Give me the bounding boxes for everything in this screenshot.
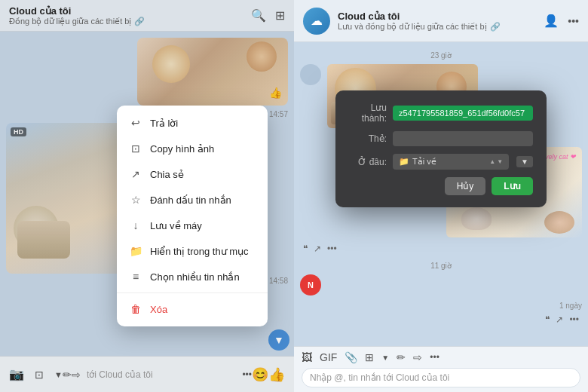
right-toolbar: 🖼 GIF 📎 ⊞ ▼ ✏ ⇨ ••• [302,351,580,363]
grid-icon[interactable]: ⊞ [365,351,374,363]
timestamp-4: 1 ngày [300,302,582,310]
bottom-action-row: ❝ ↗ ••• [300,311,582,328]
save-dialog: Lưu thành: Thẻ: Ở đâu: 📁 Tải về ▲ ▼ ▼ Hủ… [335,90,547,207]
dots-menu-icon[interactable]: ••• [568,15,579,27]
menu-item-multi-select[interactable]: ≡ Chọn nhiều tin nhắn [117,264,268,289]
filename-input[interactable] [393,106,533,121]
download-icon: ↓ [129,219,142,231]
right-input-row: Nhập @, tin nhắn tới Cloud của tôi [302,368,580,387]
copy-image-icon: ⊡ [129,142,142,155]
pen-right-icon[interactable]: ✏ [397,351,406,363]
right-header-icons: 👤 ••• [544,14,579,28]
quote-icon[interactable]: ❝ [303,243,308,254]
expand-icon[interactable]: ▼ [516,156,533,167]
right-panel: ☁ Cloud của tôi Lưu và đồng bộ dữ liệu g… [294,0,588,392]
context-menu: ↩ Trả lời ⊡ Copy hình ảnh ↗ Chia sẻ ☆ Đá… [117,106,268,326]
right-header: ☁ Cloud của tôi Lưu và đồng bộ dữ liệu g… [294,0,588,42]
right-message-input[interactable]: Nhập @, tin nhắn tới Cloud của tôi [302,368,580,387]
menu-item-bookmark[interactable]: ☆ Đánh dấu tin nhắn [117,187,268,213]
up-arrow: ▲ [489,158,495,165]
reply-icon: ↩ [129,117,142,129]
trash-icon: 🗑 [129,303,142,315]
tag-label: Thẻ: [349,133,387,144]
forward-icon-2[interactable]: ↗ [556,314,563,325]
location-dropdown[interactable]: 📁 Tải về ▲ ▼ [393,154,509,170]
more-actions-icon[interactable]: ••• [327,243,337,254]
location-arrows: ▲ ▼ [489,158,503,165]
save-dialog-tag-row: Thẻ: [349,131,533,146]
right-panel-subtitle: Lưu và đồng bộ dữ liệu giữa các thiết bị… [338,22,536,32]
save-dialog-filename-row: Lưu thành: [349,103,533,124]
folder-icon: 📁 [129,245,142,257]
share-icon: ↗ [129,168,142,180]
location-label: Ở đâu: [349,157,387,167]
quote-icon-2[interactable]: ❝ [545,314,550,325]
star-icon: ☆ [129,194,142,206]
link-icon-right: 🔗 [490,22,501,32]
menu-divider [117,292,268,293]
right-panel-title: Cloud của tôi [338,11,536,22]
timestamp-3: 11 giờ [300,262,582,270]
down-arrow: ▼ [497,158,503,165]
forward-btn[interactable]: ↗ [314,243,321,254]
menu-item-show-folder[interactable]: 📁 Hiển thị trong thư mục [117,238,268,264]
timestamp-1: 23 giờ [300,51,582,60]
tag-input[interactable] [393,131,533,146]
notification-badge: N [300,274,321,296]
menu-item-copy-image[interactable]: ⊡ Copy hình ảnh [117,136,268,161]
location-text: Tải về [412,157,436,167]
more-icon-2[interactable]: ••• [569,314,579,325]
cancel-button[interactable]: Hủy [445,177,486,195]
cloud-avatar: ☁ [303,8,330,35]
right-header-info: Cloud của tôi Lưu và đồng bộ dữ liệu giữ… [338,11,536,32]
save-button[interactable]: Lưu [492,177,533,195]
add-user-icon[interactable]: 👤 [544,14,559,28]
forward-right-icon[interactable]: ⇨ [413,351,422,363]
menu-item-reply[interactable]: ↩ Trả lời [117,110,268,136]
menu-item-save-cloud[interactable]: ↓ Lưu về máy [117,213,268,238]
menu-item-share[interactable]: ↗ Chia sẻ [117,161,268,187]
image-icon[interactable]: 🖼 [302,351,312,363]
right-message-3: N [300,274,582,296]
left-panel: Cloud của tôi Đồng bộ dữ liệu giữa các t… [0,0,294,392]
dots-right-icon[interactable]: ••• [430,352,439,363]
save-as-label: Lưu thành: [349,103,387,124]
message-avatar-1 [300,64,321,85]
action-icons-row: ❝ ↗ ••• [300,240,582,257]
save-dialog-buttons: Hủy Lưu [349,177,533,195]
attachment-icon[interactable]: 📎 [345,351,357,363]
right-bottom-bar: 🖼 GIF 📎 ⊞ ▼ ✏ ⇨ ••• Nhập @, tin nhắn tới… [294,346,588,392]
folder-icon-dialog: 📁 [399,157,409,167]
gif-icon[interactable]: GIF [320,351,337,363]
list-icon: ≡ [129,271,142,283]
menu-item-delete[interactable]: 🗑 Xóa [117,296,268,322]
save-dialog-location-row: Ở đâu: 📁 Tải về ▲ ▼ ▼ [349,154,533,170]
chevron-small[interactable]: ▼ [381,354,389,362]
